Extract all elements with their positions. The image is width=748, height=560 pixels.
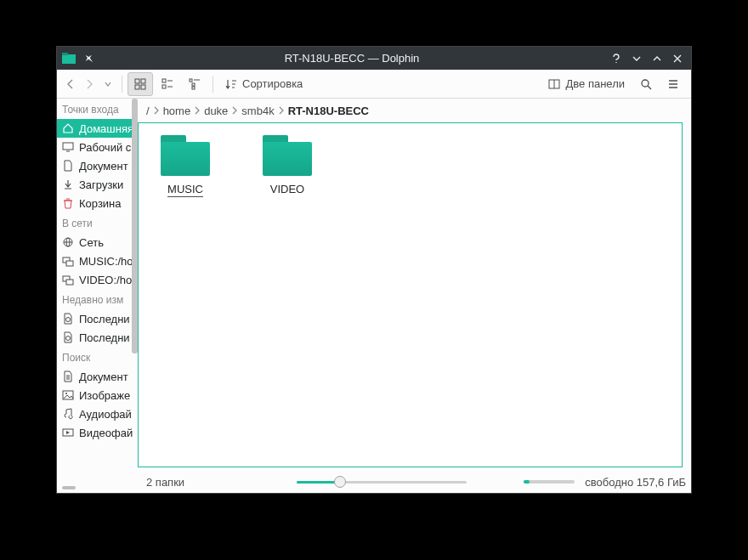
sidebar-scrollbar[interactable]	[132, 99, 138, 354]
sidebar-item[interactable]: Документ	[57, 367, 138, 386]
svg-rect-21	[63, 143, 73, 150]
nav-dropdown[interactable]	[99, 72, 116, 96]
folder-item[interactable]: VIDEO	[258, 135, 317, 197]
sidebar-item[interactable]: Видеофай	[57, 423, 138, 442]
svg-rect-29	[66, 280, 73, 285]
svg-rect-7	[162, 85, 166, 88]
svg-line-17	[648, 86, 651, 89]
folder-icon	[161, 135, 210, 176]
svg-rect-6	[162, 79, 166, 82]
svg-rect-1	[62, 53, 68, 55]
toolbar: Сортировка Две панели	[57, 70, 691, 99]
sidebar-item[interactable]: VIDEO:/ho	[57, 270, 138, 289]
help-button[interactable]	[606, 48, 626, 69]
svg-rect-3	[141, 79, 145, 83]
item-count: 2 папки	[146, 476, 184, 489]
svg-rect-11	[192, 83, 195, 86]
sidebar-item[interactable]: Аудиофай	[57, 404, 138, 423]
back-button[interactable]	[62, 72, 79, 96]
maximize-button[interactable]	[647, 48, 667, 69]
chevron-right-icon	[231, 106, 238, 115]
sidebar-item-label: VIDEO:/ho	[79, 274, 132, 286]
sidebar-section-header: Недавно изм	[57, 289, 138, 309]
window: RT-N18U-BECC — Dolphin	[56, 46, 692, 494]
body: Точки входаДомашняяРабочий сДокументЗагр…	[57, 99, 691, 493]
sidebar-item[interactable]: Корзина	[57, 194, 138, 212]
sidebar-section-header: В сети	[57, 212, 138, 233]
svg-point-36	[65, 393, 67, 394]
icon-view-button[interactable]	[128, 72, 153, 96]
sidebar-item-label: Документ	[79, 160, 128, 173]
breadcrumb-segment[interactable]: smb4k	[241, 105, 274, 117]
details-view-button[interactable]	[182, 72, 207, 96]
svg-rect-10	[190, 79, 192, 82]
close-button[interactable]	[667, 48, 688, 69]
folder-label: VIDEO	[270, 183, 304, 196]
sidebar-handle[interactable]	[62, 486, 76, 489]
breadcrumb-segment[interactable]: RT-N18U-BECC	[288, 105, 369, 117]
music-icon	[62, 408, 74, 420]
sidebar-item[interactable]: Загрузки	[57, 175, 138, 194]
download-icon	[62, 178, 74, 190]
svg-rect-12	[192, 87, 195, 89]
sidebar-item-label: Видеофай	[79, 427, 133, 439]
chevron-right-icon	[278, 106, 285, 115]
netshare-icon	[62, 274, 74, 286]
sidebar-item[interactable]: Домашняя	[57, 119, 138, 138]
sidebar-item[interactable]: Рабочий с	[57, 138, 138, 156]
menu-button[interactable]	[660, 72, 686, 96]
titlebar[interactable]: RT-N18U-BECC — Dolphin	[57, 47, 691, 70]
svg-rect-5	[141, 85, 145, 89]
search-button[interactable]	[633, 72, 659, 96]
svg-rect-4	[135, 85, 139, 89]
sidebar-item[interactable]: MUSIC:/ho	[57, 252, 138, 270]
desktop-icon	[62, 141, 74, 153]
sidebar-item-label: Последни	[79, 331, 130, 344]
forward-button[interactable]	[81, 72, 98, 96]
slider-thumb[interactable]	[334, 476, 346, 488]
sidebar-item-label: Корзина	[79, 197, 122, 210]
sidebar-item-label: Загрузки	[79, 178, 123, 191]
toolbar-separator	[122, 76, 122, 93]
sort-button[interactable]: Сортировка	[218, 72, 309, 96]
split-view-button[interactable]: Две панели	[541, 72, 632, 96]
sidebar-item-label: Документ	[79, 371, 128, 383]
sidebar-item-label: Рабочий с	[79, 141, 131, 154]
breadcrumb-segment[interactable]: duke	[204, 105, 228, 117]
zoom-slider[interactable]	[297, 475, 467, 489]
pin-icon[interactable]	[80, 48, 99, 68]
sidebar-item-label: MUSIC:/ho	[79, 255, 133, 268]
recent-icon	[62, 331, 74, 343]
chevron-right-icon	[153, 106, 160, 115]
trash-icon	[62, 197, 74, 209]
netshare-icon	[62, 255, 74, 267]
sidebar-section-header: Точки входа	[57, 99, 138, 119]
breadcrumb-segment[interactable]: home	[163, 105, 191, 117]
sidebar-item-label: Сеть	[79, 236, 104, 249]
home-icon	[62, 122, 74, 134]
breadcrumb-segment[interactable]: /	[146, 105, 150, 117]
compact-view-button[interactable]	[155, 72, 180, 96]
folder-item[interactable]: MUSIC	[156, 135, 215, 197]
recent-icon	[62, 313, 74, 325]
sidebar-item[interactable]: Изображе	[57, 386, 138, 404]
folder-label: MUSIC	[167, 183, 203, 197]
main-area: /homedukesmb4kRT-N18U-BECC MUSIC VIDEO 2…	[138, 99, 691, 493]
sidebar-item-label: Домашняя	[79, 122, 133, 135]
image-icon	[62, 389, 74, 401]
toolbar-separator	[212, 76, 213, 93]
sidebar-item-label: Последни	[79, 313, 130, 325]
sidebar-item[interactable]: Сеть	[57, 233, 138, 252]
sidebar-item[interactable]: Последни	[57, 309, 138, 328]
window-controls	[606, 48, 691, 69]
svg-rect-2	[135, 79, 139, 83]
sidebar-item[interactable]: Документ	[57, 156, 138, 175]
sidebar-item[interactable]: Последни	[57, 328, 138, 347]
globe-icon	[62, 236, 74, 248]
sidebar-item-label: Аудиофай	[79, 408, 132, 421]
sidebar-section-header: Поиск	[57, 347, 138, 367]
statusbar: 2 папки свободно 157,6 ГиБ	[138, 471, 691, 493]
minimize-button[interactable]	[626, 48, 647, 69]
sidebar-item-label: Изображе	[79, 389, 130, 402]
file-view[interactable]: MUSIC VIDEO	[138, 122, 683, 467]
